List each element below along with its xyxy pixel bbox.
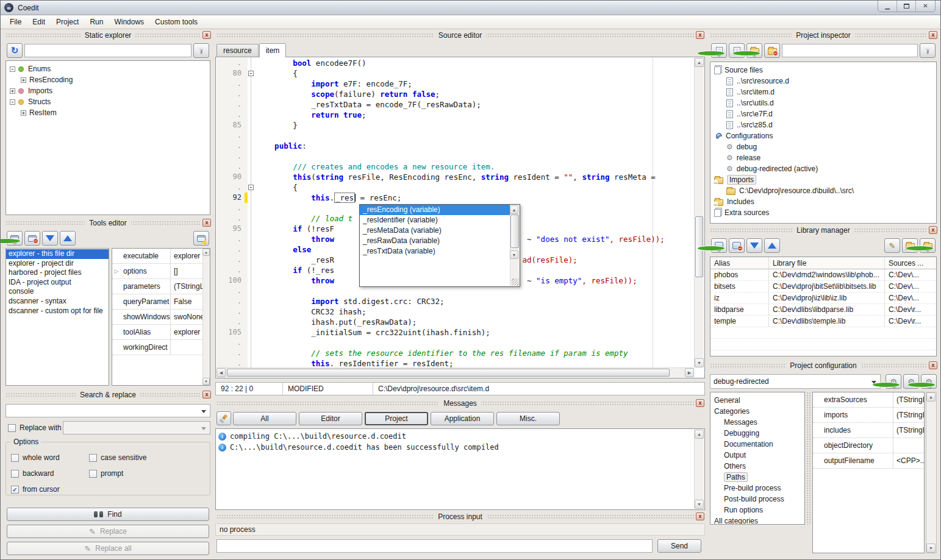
- code-line[interactable]: .- {: [216, 182, 694, 193]
- code-line[interactable]: . ihash.put(_resRawData);: [216, 317, 694, 327]
- expand-icon[interactable]: +: [21, 77, 26, 83]
- case-sensitive-checkbox[interactable]: [89, 454, 97, 462]
- category-item-others[interactable]: Others: [710, 461, 804, 472]
- minimize-button[interactable]: ▁: [878, 0, 897, 12]
- code-line[interactable]: . CRC32 ihash;: [216, 307, 694, 317]
- menu-item-custom-tools[interactable]: Custom tools: [149, 15, 203, 29]
- scroll-down-icon[interactable]: ▼: [926, 544, 936, 553]
- completion-item-resencoding-variable[interactable]: _resEncoding (variable): [360, 205, 510, 215]
- category-item-pre-build-process[interactable]: Pre-build process: [710, 483, 804, 494]
- add-library-folder-button[interactable]: +: [920, 238, 936, 253]
- completion-item-resmetadata-variable[interactable]: _resMetaData (variable): [360, 225, 510, 236]
- library-row-libdparse[interactable]: libdparseC:\Dev\dlibs\libdparse.libC:\De…: [710, 304, 936, 316]
- backward-checkbox[interactable]: [11, 470, 19, 478]
- code-line[interactable]: 92 this._res = resEnc;: [216, 193, 694, 203]
- close-panel-icon[interactable]: x: [929, 31, 937, 39]
- panel-header[interactable]: Source editor x: [215, 30, 705, 41]
- move-tool-down-button[interactable]: [42, 231, 58, 246]
- tree-item-src-utils-d[interactable]: ..\src\utils.d: [710, 97, 936, 108]
- panel-header[interactable]: Process input x: [215, 511, 705, 522]
- code-editor[interactable]: . bool encodee7F()80- {. import e7F: enc…: [215, 57, 705, 378]
- column-header-sources[interactable]: Sources ...: [885, 257, 936, 269]
- replace-term-combobox[interactable]: [63, 421, 210, 434]
- property-row-queryparamet[interactable]: queryParametFalse: [112, 294, 210, 310]
- scroll-up-icon[interactable]: ▲: [202, 249, 210, 256]
- panel-header[interactable]: Tools editor x: [4, 218, 212, 229]
- tool-list-item-ida-project-output[interactable]: IDA - project output: [6, 278, 109, 288]
- replace-all-button[interactable]: ✎ Replace all: [7, 542, 209, 555]
- whole-word-checkbox[interactable]: [11, 454, 19, 462]
- tool-list-item-console[interactable]: console: [6, 287, 109, 297]
- remove-library-button[interactable]: −: [729, 238, 745, 253]
- code-line[interactable]: . import std.digest.crc: CRC32;: [216, 296, 694, 307]
- code-line[interactable]: . import e7F: encode_7F;: [216, 79, 694, 89]
- close-panel-icon[interactable]: x: [202, 219, 211, 227]
- code-line[interactable]: . bool encodee7F(): [216, 58, 694, 68]
- tree-item-includes[interactable]: →Includes: [710, 196, 936, 207]
- title-bar[interactable]: Coedit ▁ ✕: [1, 1, 940, 15]
- fold-collapse-icon[interactable]: -: [248, 185, 254, 190]
- tree-item-debug[interactable]: ⚙debug: [710, 141, 936, 152]
- move-library-down-button[interactable]: [746, 238, 762, 253]
- code-line[interactable]: . this._resIdentifier = resIdent;: [216, 358, 694, 367]
- category-item-messages[interactable]: Messages: [710, 417, 804, 428]
- add-library-button[interactable]: +: [711, 238, 727, 253]
- property-row-imports[interactable]: imports(TStringL: [813, 408, 924, 423]
- log-entry[interactable]: icompiling C:\...\build\resource.d.coedi…: [216, 431, 704, 442]
- tree-item-source-files[interactable]: Source files: [710, 65, 936, 76]
- move-tool-up-button[interactable]: [60, 231, 76, 246]
- tool-list-item-dscanner-syntax[interactable]: dscanner - syntax: [6, 297, 109, 307]
- menu-item-run[interactable]: Run: [84, 15, 109, 29]
- code-line[interactable]: 85 }: [216, 120, 694, 130]
- remove-tool-button[interactable]: −: [24, 231, 40, 246]
- code-line[interactable]: . scope(failure) return false;: [216, 89, 694, 99]
- category-item-categories[interactable]: Categories: [710, 406, 804, 417]
- close-panel-icon[interactable]: x: [696, 399, 704, 407]
- configuration-selector-combobox[interactable]: debug-redirected: [710, 374, 881, 389]
- property-row-executable[interactable]: executableexplorer: [112, 249, 210, 264]
- filter-button-misc[interactable]: Misc.: [496, 412, 560, 425]
- scroll-down-icon[interactable]: ▼: [510, 250, 518, 259]
- close-panel-icon[interactable]: x: [202, 391, 211, 399]
- tree-item-src-z85-d[interactable]: ..\src\z85.d: [710, 119, 936, 130]
- expand-icon[interactable]: +: [21, 110, 26, 116]
- add-source-button[interactable]: +: [711, 43, 727, 58]
- property-row-extrasources[interactable]: extraSources(TStringL: [813, 392, 924, 408]
- prompt-checkbox[interactable]: [89, 470, 97, 478]
- log-vertical-scrollbar[interactable]: ▲ ▼: [694, 430, 704, 509]
- completion-item-residentifier-variable[interactable]: _resIdentifier (variable): [360, 215, 510, 225]
- tree-item-c-dev-dproj-resource-d-build-src[interactable]: C:\Dev\dproj\resource.d\build\..\src\: [710, 185, 936, 196]
- add-configuration-button[interactable]: ⚙+: [886, 374, 901, 389]
- refresh-button[interactable]: ↻: [7, 43, 23, 58]
- filter-button-all[interactable]: All: [233, 412, 296, 425]
- library-row-temple[interactable]: templeC:\Dev\dlibs\temple.libC:\Dev\r...: [710, 316, 936, 327]
- editor-vertical-scrollbar[interactable]: ▲ ▼: [694, 58, 704, 367]
- filter-button-project[interactable]: Project: [365, 412, 428, 425]
- close-panel-icon[interactable]: x: [929, 361, 937, 369]
- scroll-up-icon[interactable]: ▲: [510, 205, 518, 214]
- tab-resource[interactable]: resource: [216, 44, 259, 57]
- clear-messages-button[interactable]: [216, 411, 231, 425]
- clear-filter-button[interactable]: ✕: [920, 43, 936, 58]
- tool-list-item-dscanner-custom-opt-for-file[interactable]: dscanner - custom opt for file: [6, 307, 109, 316]
- code-line[interactable]: . public:: [216, 141, 694, 151]
- property-row-toolalias[interactable]: toolAliasexplorer: [112, 325, 210, 340]
- property-row-objectdirectory[interactable]: objectDirectory: [813, 438, 924, 453]
- execute-tool-button[interactable]: ⚡: [193, 231, 209, 246]
- grid-vertical-scrollbar[interactable]: ▲ ▼: [926, 392, 937, 553]
- panel-header[interactable]: Search & replace x: [4, 389, 212, 400]
- code-line[interactable]: . /// creates and encodes a new resource…: [216, 161, 694, 172]
- send-button[interactable]: Send: [657, 539, 701, 553]
- close-panel-icon[interactable]: x: [929, 226, 937, 234]
- close-button[interactable]: ✕: [916, 0, 935, 12]
- tree-item-resencoding[interactable]: +ResEncoding: [6, 74, 210, 85]
- panel-header[interactable]: Library manager x: [709, 225, 938, 236]
- property-row-outputfilename[interactable]: outputFilename<CPP>..\: [813, 453, 924, 469]
- symbol-filter-input[interactable]: [24, 44, 191, 57]
- replace-with-checkbox[interactable]: [8, 424, 16, 432]
- panel-header[interactable]: Project configuration x: [709, 360, 938, 371]
- completion-item-resrawdata-variable[interactable]: _resRawData (variable): [360, 236, 510, 246]
- process-input-field[interactable]: [216, 539, 653, 553]
- collapse-icon[interactable]: -: [10, 66, 15, 72]
- code-line[interactable]: .: [216, 286, 694, 296]
